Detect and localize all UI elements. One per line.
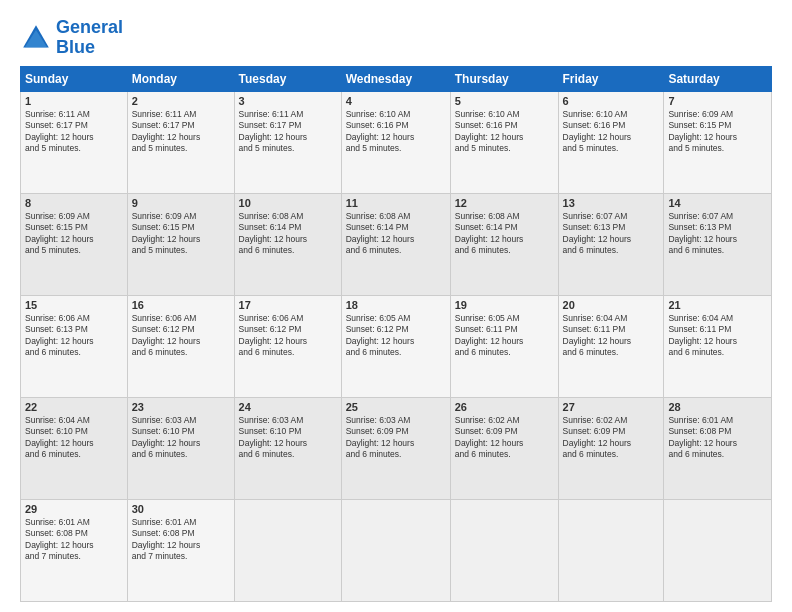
calendar-week-2: 8Sunrise: 6:09 AM Sunset: 6:15 PM Daylig… bbox=[21, 193, 772, 295]
calendar-day: 29Sunrise: 6:01 AM Sunset: 6:08 PM Dayli… bbox=[21, 499, 128, 601]
calendar-header-monday: Monday bbox=[127, 66, 234, 91]
calendar-day: 6Sunrise: 6:10 AM Sunset: 6:16 PM Daylig… bbox=[558, 91, 664, 193]
logo: General Blue bbox=[20, 18, 123, 58]
day-info: Sunrise: 6:10 AM Sunset: 6:16 PM Dayligh… bbox=[346, 109, 446, 155]
header: General Blue bbox=[20, 18, 772, 58]
calendar-day bbox=[558, 499, 664, 601]
day-number: 9 bbox=[132, 197, 230, 209]
day-number: 20 bbox=[563, 299, 660, 311]
day-info: Sunrise: 6:04 AM Sunset: 6:11 PM Dayligh… bbox=[668, 313, 767, 359]
day-info: Sunrise: 6:10 AM Sunset: 6:16 PM Dayligh… bbox=[563, 109, 660, 155]
calendar-day: 26Sunrise: 6:02 AM Sunset: 6:09 PM Dayli… bbox=[450, 397, 558, 499]
calendar-day: 30Sunrise: 6:01 AM Sunset: 6:08 PM Dayli… bbox=[127, 499, 234, 601]
calendar-day bbox=[234, 499, 341, 601]
logo-text: General Blue bbox=[56, 18, 123, 58]
calendar-day: 20Sunrise: 6:04 AM Sunset: 6:11 PM Dayli… bbox=[558, 295, 664, 397]
calendar-day: 9Sunrise: 6:09 AM Sunset: 6:15 PM Daylig… bbox=[127, 193, 234, 295]
day-info: Sunrise: 6:01 AM Sunset: 6:08 PM Dayligh… bbox=[132, 517, 230, 563]
day-info: Sunrise: 6:09 AM Sunset: 6:15 PM Dayligh… bbox=[668, 109, 767, 155]
calendar-day: 4Sunrise: 6:10 AM Sunset: 6:16 PM Daylig… bbox=[341, 91, 450, 193]
calendar-day: 25Sunrise: 6:03 AM Sunset: 6:09 PM Dayli… bbox=[341, 397, 450, 499]
day-number: 21 bbox=[668, 299, 767, 311]
day-number: 1 bbox=[25, 95, 123, 107]
day-info: Sunrise: 6:05 AM Sunset: 6:12 PM Dayligh… bbox=[346, 313, 446, 359]
day-info: Sunrise: 6:10 AM Sunset: 6:16 PM Dayligh… bbox=[455, 109, 554, 155]
calendar-header-tuesday: Tuesday bbox=[234, 66, 341, 91]
day-info: Sunrise: 6:06 AM Sunset: 6:12 PM Dayligh… bbox=[239, 313, 337, 359]
calendar-day: 13Sunrise: 6:07 AM Sunset: 6:13 PM Dayli… bbox=[558, 193, 664, 295]
calendar-day: 5Sunrise: 6:10 AM Sunset: 6:16 PM Daylig… bbox=[450, 91, 558, 193]
calendar-day bbox=[664, 499, 772, 601]
day-info: Sunrise: 6:08 AM Sunset: 6:14 PM Dayligh… bbox=[346, 211, 446, 257]
calendar-day: 15Sunrise: 6:06 AM Sunset: 6:13 PM Dayli… bbox=[21, 295, 128, 397]
calendar-week-3: 15Sunrise: 6:06 AM Sunset: 6:13 PM Dayli… bbox=[21, 295, 772, 397]
day-number: 26 bbox=[455, 401, 554, 413]
day-number: 10 bbox=[239, 197, 337, 209]
calendar-day: 28Sunrise: 6:01 AM Sunset: 6:08 PM Dayli… bbox=[664, 397, 772, 499]
day-info: Sunrise: 6:06 AM Sunset: 6:12 PM Dayligh… bbox=[132, 313, 230, 359]
day-info: Sunrise: 6:01 AM Sunset: 6:08 PM Dayligh… bbox=[25, 517, 123, 563]
day-number: 7 bbox=[668, 95, 767, 107]
day-number: 19 bbox=[455, 299, 554, 311]
day-number: 18 bbox=[346, 299, 446, 311]
day-number: 8 bbox=[25, 197, 123, 209]
day-number: 4 bbox=[346, 95, 446, 107]
calendar-day: 22Sunrise: 6:04 AM Sunset: 6:10 PM Dayli… bbox=[21, 397, 128, 499]
day-info: Sunrise: 6:03 AM Sunset: 6:10 PM Dayligh… bbox=[132, 415, 230, 461]
calendar-header-saturday: Saturday bbox=[664, 66, 772, 91]
calendar-day: 11Sunrise: 6:08 AM Sunset: 6:14 PM Dayli… bbox=[341, 193, 450, 295]
calendar-day: 19Sunrise: 6:05 AM Sunset: 6:11 PM Dayli… bbox=[450, 295, 558, 397]
calendar-day: 17Sunrise: 6:06 AM Sunset: 6:12 PM Dayli… bbox=[234, 295, 341, 397]
calendar-day: 3Sunrise: 6:11 AM Sunset: 6:17 PM Daylig… bbox=[234, 91, 341, 193]
calendar-day: 23Sunrise: 6:03 AM Sunset: 6:10 PM Dayli… bbox=[127, 397, 234, 499]
day-info: Sunrise: 6:07 AM Sunset: 6:13 PM Dayligh… bbox=[563, 211, 660, 257]
calendar-day: 27Sunrise: 6:02 AM Sunset: 6:09 PM Dayli… bbox=[558, 397, 664, 499]
day-number: 5 bbox=[455, 95, 554, 107]
calendar-day: 10Sunrise: 6:08 AM Sunset: 6:14 PM Dayli… bbox=[234, 193, 341, 295]
day-info: Sunrise: 6:07 AM Sunset: 6:13 PM Dayligh… bbox=[668, 211, 767, 257]
day-number: 3 bbox=[239, 95, 337, 107]
day-info: Sunrise: 6:11 AM Sunset: 6:17 PM Dayligh… bbox=[132, 109, 230, 155]
day-info: Sunrise: 6:03 AM Sunset: 6:10 PM Dayligh… bbox=[239, 415, 337, 461]
day-number: 28 bbox=[668, 401, 767, 413]
day-number: 6 bbox=[563, 95, 660, 107]
calendar-day: 16Sunrise: 6:06 AM Sunset: 6:12 PM Dayli… bbox=[127, 295, 234, 397]
day-number: 29 bbox=[25, 503, 123, 515]
day-number: 25 bbox=[346, 401, 446, 413]
calendar-day: 12Sunrise: 6:08 AM Sunset: 6:14 PM Dayli… bbox=[450, 193, 558, 295]
calendar-header-thursday: Thursday bbox=[450, 66, 558, 91]
calendar: SundayMondayTuesdayWednesdayThursdayFrid… bbox=[20, 66, 772, 602]
day-info: Sunrise: 6:08 AM Sunset: 6:14 PM Dayligh… bbox=[239, 211, 337, 257]
calendar-header-row: SundayMondayTuesdayWednesdayThursdayFrid… bbox=[21, 66, 772, 91]
day-info: Sunrise: 6:09 AM Sunset: 6:15 PM Dayligh… bbox=[132, 211, 230, 257]
day-number: 15 bbox=[25, 299, 123, 311]
day-number: 12 bbox=[455, 197, 554, 209]
calendar-week-5: 29Sunrise: 6:01 AM Sunset: 6:08 PM Dayli… bbox=[21, 499, 772, 601]
day-number: 16 bbox=[132, 299, 230, 311]
page: General Blue SundayMondayTuesdayWednesda… bbox=[0, 0, 792, 612]
day-number: 22 bbox=[25, 401, 123, 413]
day-number: 11 bbox=[346, 197, 446, 209]
calendar-day: 14Sunrise: 6:07 AM Sunset: 6:13 PM Dayli… bbox=[664, 193, 772, 295]
day-number: 17 bbox=[239, 299, 337, 311]
calendar-day: 2Sunrise: 6:11 AM Sunset: 6:17 PM Daylig… bbox=[127, 91, 234, 193]
day-info: Sunrise: 6:06 AM Sunset: 6:13 PM Dayligh… bbox=[25, 313, 123, 359]
calendar-day: 1Sunrise: 6:11 AM Sunset: 6:17 PM Daylig… bbox=[21, 91, 128, 193]
day-info: Sunrise: 6:02 AM Sunset: 6:09 PM Dayligh… bbox=[563, 415, 660, 461]
calendar-day bbox=[450, 499, 558, 601]
day-info: Sunrise: 6:04 AM Sunset: 6:11 PM Dayligh… bbox=[563, 313, 660, 359]
calendar-day: 21Sunrise: 6:04 AM Sunset: 6:11 PM Dayli… bbox=[664, 295, 772, 397]
day-info: Sunrise: 6:02 AM Sunset: 6:09 PM Dayligh… bbox=[455, 415, 554, 461]
day-number: 23 bbox=[132, 401, 230, 413]
day-info: Sunrise: 6:01 AM Sunset: 6:08 PM Dayligh… bbox=[668, 415, 767, 461]
calendar-week-1: 1Sunrise: 6:11 AM Sunset: 6:17 PM Daylig… bbox=[21, 91, 772, 193]
calendar-day bbox=[341, 499, 450, 601]
calendar-header-wednesday: Wednesday bbox=[341, 66, 450, 91]
calendar-header-sunday: Sunday bbox=[21, 66, 128, 91]
day-number: 27 bbox=[563, 401, 660, 413]
day-number: 30 bbox=[132, 503, 230, 515]
day-info: Sunrise: 6:09 AM Sunset: 6:15 PM Dayligh… bbox=[25, 211, 123, 257]
day-info: Sunrise: 6:03 AM Sunset: 6:09 PM Dayligh… bbox=[346, 415, 446, 461]
day-number: 13 bbox=[563, 197, 660, 209]
day-info: Sunrise: 6:11 AM Sunset: 6:17 PM Dayligh… bbox=[239, 109, 337, 155]
